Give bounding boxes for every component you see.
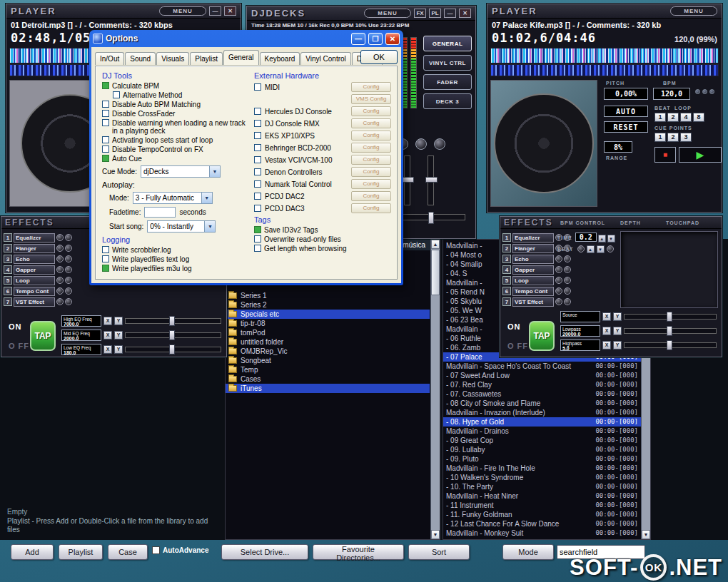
options-tab[interactable]: Sound bbox=[125, 52, 156, 65]
effect-param-knob[interactable] bbox=[564, 298, 571, 305]
filter-slider[interactable] bbox=[624, 314, 717, 320]
select-drive-button[interactable]: Select Drive... bbox=[221, 544, 308, 560]
checkbox[interactable] bbox=[254, 120, 261, 127]
add-button[interactable]: Add bbox=[11, 544, 54, 560]
filter-slider[interactable] bbox=[624, 342, 717, 348]
dj-tools-checkbox-row[interactable]: Disable warning when loading a new track… bbox=[102, 119, 248, 135]
slider-x-button[interactable]: X bbox=[602, 312, 611, 321]
slider-x-button[interactable]: X bbox=[103, 345, 112, 354]
effect-on-label[interactable]: ON bbox=[507, 322, 528, 331]
hardware-config-button[interactable]: Config bbox=[351, 179, 391, 189]
options-tab[interactable]: In/Out bbox=[95, 52, 124, 65]
case-button[interactable]: Case bbox=[108, 544, 148, 560]
effect-param-knob[interactable] bbox=[555, 266, 562, 273]
checkbox[interactable] bbox=[254, 193, 261, 200]
effect-on-label[interactable]: ON bbox=[9, 322, 29, 331]
checkbox[interactable] bbox=[102, 136, 109, 143]
ok-button[interactable]: OK bbox=[360, 50, 398, 64]
slider-x-button[interactable]: X bbox=[103, 317, 112, 325]
dialog-maximize-button[interactable]: ❐ bbox=[368, 33, 383, 45]
options-tab[interactable]: Keyboard bbox=[260, 52, 300, 65]
effect-param-knob[interactable] bbox=[56, 287, 64, 295]
effect-select-button[interactable]: Gapper bbox=[512, 265, 554, 275]
effect-param-knob[interactable] bbox=[65, 287, 72, 295]
track-row[interactable]: - 12 Last Chance For A Slow Dance 00:00-… bbox=[443, 519, 641, 529]
track-row[interactable]: - 09. Lullaby 00:00-[000] bbox=[443, 445, 641, 454]
effect-param-knob[interactable] bbox=[56, 298, 64, 305]
folder-row[interactable]: OMJBRep_Vic bbox=[226, 347, 430, 356]
track-row[interactable]: - 08 City of Smoke and Flame 00:00-[000] bbox=[443, 399, 641, 408]
scroll-up-icon[interactable]: ▲ bbox=[431, 240, 440, 249]
track-row[interactable]: - 07 Sweet And Low 00:00-[000] bbox=[443, 371, 641, 380]
auto-bpm-button[interactable]: AUTO bbox=[604, 106, 648, 117]
volume-fader[interactable] bbox=[404, 155, 410, 205]
checkbox[interactable] bbox=[102, 110, 109, 117]
effect-param-knob[interactable] bbox=[65, 245, 72, 252]
crossfader[interactable] bbox=[397, 214, 465, 220]
hardware-config-button[interactable]: Config bbox=[351, 191, 391, 201]
track-row[interactable]: - 11 Instrument 00:00-[000] bbox=[443, 501, 641, 510]
loop-length-button[interactable]: 2 bbox=[667, 113, 679, 122]
effect-off-label[interactable]: O FF bbox=[507, 342, 528, 350]
beat-up-icon[interactable]: ▲ bbox=[587, 245, 595, 253]
track-row[interactable]: - 09 Great Cop 00:00-[000] bbox=[443, 436, 641, 445]
right-waveform[interactable] bbox=[490, 48, 719, 63]
effect-select-button[interactable]: VST Effect bbox=[14, 297, 55, 307]
tags-checkbox-row[interactable]: Save ID3v2 Tags bbox=[254, 226, 391, 234]
track-row[interactable]: Madvillain - Fire In The Hole 00:00-[000… bbox=[443, 464, 641, 473]
stop-button[interactable]: ■ bbox=[654, 147, 676, 163]
checkbox[interactable] bbox=[102, 155, 109, 162]
effect-off-label[interactable]: O FF bbox=[9, 342, 29, 350]
play-button[interactable]: ▶ bbox=[679, 147, 722, 163]
effect-select-button[interactable]: Echo bbox=[14, 255, 55, 264]
logging-checkbox-row[interactable]: Write playedfiles m3u log bbox=[102, 265, 248, 272]
effect-param-knob[interactable] bbox=[56, 234, 64, 241]
folder-row[interactable]: untitled folder bbox=[226, 337, 430, 347]
cue-point-button[interactable]: 2 bbox=[667, 133, 679, 142]
track-row[interactable]: Madvillain - Invazion (Interlude) 00:00-… bbox=[443, 408, 641, 417]
eq-slider[interactable] bbox=[125, 318, 221, 324]
right-player-menu-button[interactable]: MENU bbox=[670, 6, 717, 16]
left-player-menu-button[interactable]: MENU bbox=[159, 6, 206, 16]
checkbox[interactable] bbox=[254, 108, 261, 115]
sort-button[interactable]: Sort bbox=[408, 544, 470, 560]
hardware-config-button[interactable]: Config bbox=[351, 143, 391, 153]
mid-eq-knob[interactable] bbox=[415, 138, 427, 150]
slider-y-button[interactable]: Y bbox=[114, 331, 123, 340]
folder-row[interactable]: tip-tr-08 bbox=[226, 319, 430, 328]
effect-select-button[interactable]: Equalizer bbox=[14, 233, 55, 242]
effect-param-knob[interactable] bbox=[65, 234, 72, 241]
track-row[interactable]: Madvillain - Drainos 00:00-[000] bbox=[443, 427, 641, 436]
autoplay-mode-select[interactable]: 3 - Fully Automatic ▼ bbox=[133, 192, 213, 204]
checkbox[interactable] bbox=[254, 144, 261, 151]
hardware-config-button[interactable]: Config bbox=[351, 118, 391, 128]
options-tab[interactable]: Playlist bbox=[190, 52, 223, 65]
options-tab[interactable]: Vinyl Control bbox=[300, 52, 351, 65]
folder-row[interactable]: Specials etc bbox=[226, 310, 430, 319]
cue-point-button[interactable]: 3 bbox=[680, 133, 692, 142]
slider-y-button[interactable]: Y bbox=[114, 317, 123, 325]
tags-checkbox-row[interactable]: Get length when browsing bbox=[254, 245, 391, 252]
cue-mode-select[interactable]: djDecks ▼ bbox=[141, 165, 221, 178]
effect-param-knob[interactable] bbox=[555, 255, 562, 262]
options-tab[interactable]: Visuals bbox=[156, 52, 189, 65]
dj-tools-checkbox-row[interactable]: Disable Auto BPM Matching bbox=[102, 101, 248, 108]
djdecks-side-button[interactable]: VINYL CTRL bbox=[423, 55, 472, 71]
tap-tempo-button[interactable]: TAP bbox=[30, 321, 56, 351]
loop-length-button[interactable]: 8 bbox=[693, 113, 704, 122]
effect-touchpad[interactable] bbox=[620, 231, 718, 308]
loop-length-button[interactable]: 4 bbox=[680, 113, 692, 122]
checkbox[interactable] bbox=[113, 91, 120, 98]
slider-x-button[interactable]: X bbox=[602, 341, 611, 349]
effect-param-knob[interactable] bbox=[555, 277, 562, 284]
folder-row[interactable]: Series 1 bbox=[226, 291, 430, 300]
djdecks-menu-button[interactable]: MENU bbox=[364, 9, 411, 18]
effect-param-knob[interactable] bbox=[564, 255, 571, 262]
slider-y-button[interactable]: Y bbox=[114, 345, 123, 354]
dj-tools-checkbox-row[interactable]: Calculate BPM bbox=[102, 82, 248, 90]
checkbox[interactable] bbox=[102, 255, 109, 262]
effect-param-knob[interactable] bbox=[564, 266, 571, 273]
dj-tools-checkbox-row[interactable]: Disable CrossFader bbox=[102, 110, 248, 118]
checkbox[interactable] bbox=[254, 245, 261, 252]
effect-param-knob[interactable] bbox=[65, 298, 72, 305]
